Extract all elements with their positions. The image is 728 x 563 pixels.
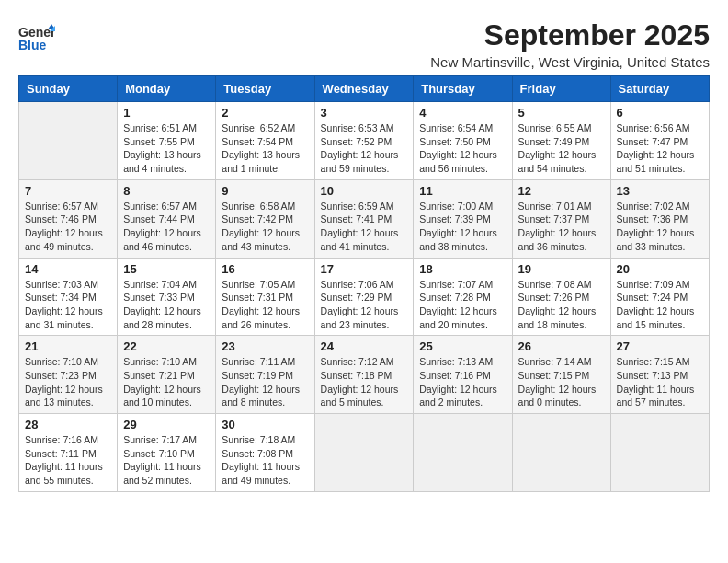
day-number: 19 xyxy=(518,262,605,276)
day-info: Sunrise: 7:09 AM Sunset: 7:24 PM Dayligh… xyxy=(617,278,703,332)
day-info: Sunrise: 7:17 AM Sunset: 7:10 PM Dayligh… xyxy=(123,433,210,488)
day-number: 8 xyxy=(123,184,210,198)
day-number: 25 xyxy=(419,339,506,353)
day-number: 7 xyxy=(25,184,111,198)
day-number: 10 xyxy=(321,184,408,198)
calendar-week-2: 7Sunrise: 6:57 AM Sunset: 7:46 PM Daylig… xyxy=(19,179,710,258)
calendar-cell: 17Sunrise: 7:06 AM Sunset: 7:29 PM Dayli… xyxy=(314,258,414,336)
day-info: Sunrise: 7:14 AM Sunset: 7:15 PM Dayligh… xyxy=(518,355,605,409)
day-info: Sunrise: 6:55 AM Sunset: 7:49 PM Dayligh… xyxy=(518,121,605,176)
day-info: Sunrise: 7:00 AM Sunset: 7:39 PM Dayligh… xyxy=(419,200,506,254)
day-number: 2 xyxy=(222,106,308,120)
calendar-cell: 3Sunrise: 6:53 AM Sunset: 7:52 PM Daylig… xyxy=(314,102,414,180)
day-number: 9 xyxy=(222,184,308,198)
calendar-cell: 22Sunrise: 7:10 AM Sunset: 7:21 PM Dayli… xyxy=(118,336,216,414)
calendar-cell: 23Sunrise: 7:11 AM Sunset: 7:19 PM Dayli… xyxy=(216,336,314,414)
location-subtitle: New Martinsville, West Virginia, United … xyxy=(430,54,710,70)
calendar-cell: 5Sunrise: 6:55 AM Sunset: 7:49 PM Daylig… xyxy=(512,102,610,180)
svg-text:Blue: Blue xyxy=(18,38,47,52)
day-number: 6 xyxy=(617,106,703,120)
day-number: 21 xyxy=(25,339,111,353)
calendar-cell: 10Sunrise: 6:59 AM Sunset: 7:41 PM Dayli… xyxy=(314,179,414,258)
calendar-cell: 20Sunrise: 7:09 AM Sunset: 7:24 PM Dayli… xyxy=(610,258,709,336)
day-number: 28 xyxy=(25,418,111,431)
calendar-cell: 24Sunrise: 7:12 AM Sunset: 7:18 PM Dayli… xyxy=(314,336,414,414)
calendar-cell: 27Sunrise: 7:15 AM Sunset: 7:13 PM Dayli… xyxy=(610,336,709,414)
day-info: Sunrise: 7:11 AM Sunset: 7:19 PM Dayligh… xyxy=(222,355,308,409)
calendar-cell: 11Sunrise: 7:00 AM Sunset: 7:39 PM Dayli… xyxy=(414,179,512,258)
calendar-cell xyxy=(414,414,512,492)
calendar-cell: 12Sunrise: 7:01 AM Sunset: 7:37 PM Dayli… xyxy=(512,179,610,258)
day-info: Sunrise: 6:56 AM Sunset: 7:47 PM Dayligh… xyxy=(617,121,703,176)
day-number: 5 xyxy=(518,106,605,120)
calendar-cell: 29Sunrise: 7:17 AM Sunset: 7:10 PM Dayli… xyxy=(118,414,216,492)
day-number: 23 xyxy=(222,339,308,353)
day-number: 26 xyxy=(518,339,605,353)
calendar-cell: 21Sunrise: 7:10 AM Sunset: 7:23 PM Dayli… xyxy=(19,336,118,414)
calendar-week-4: 21Sunrise: 7:10 AM Sunset: 7:23 PM Dayli… xyxy=(19,336,710,414)
day-header-saturday: Saturday xyxy=(610,76,709,102)
calendar: SundayMondayTuesdayWednesdayThursdayFrid… xyxy=(18,75,710,492)
calendar-cell: 13Sunrise: 7:02 AM Sunset: 7:36 PM Dayli… xyxy=(610,179,709,258)
calendar-week-3: 14Sunrise: 7:03 AM Sunset: 7:34 PM Dayli… xyxy=(19,258,710,336)
day-number: 22 xyxy=(123,339,210,353)
day-number: 11 xyxy=(419,184,506,198)
logo: General Blue xyxy=(18,22,55,59)
day-number: 12 xyxy=(518,184,605,198)
day-info: Sunrise: 7:13 AM Sunset: 7:16 PM Dayligh… xyxy=(419,355,506,409)
day-number: 14 xyxy=(25,262,111,276)
day-number: 27 xyxy=(617,339,703,353)
calendar-cell: 9Sunrise: 6:58 AM Sunset: 7:42 PM Daylig… xyxy=(216,179,314,258)
calendar-cell: 1Sunrise: 6:51 AM Sunset: 7:55 PM Daylig… xyxy=(118,102,216,180)
day-number: 13 xyxy=(617,184,703,198)
calendar-cell: 18Sunrise: 7:07 AM Sunset: 7:28 PM Dayli… xyxy=(414,258,512,336)
day-number: 29 xyxy=(123,418,210,431)
calendar-cell xyxy=(610,414,709,492)
calendar-cell: 30Sunrise: 7:18 AM Sunset: 7:08 PM Dayli… xyxy=(216,414,314,492)
day-info: Sunrise: 6:57 AM Sunset: 7:44 PM Dayligh… xyxy=(123,200,210,254)
day-number: 15 xyxy=(123,262,210,276)
calendar-cell: 8Sunrise: 6:57 AM Sunset: 7:44 PM Daylig… xyxy=(118,179,216,258)
day-header-friday: Friday xyxy=(512,76,610,102)
day-number: 1 xyxy=(123,106,210,120)
day-info: Sunrise: 6:52 AM Sunset: 7:54 PM Dayligh… xyxy=(222,121,308,176)
day-info: Sunrise: 7:18 AM Sunset: 7:08 PM Dayligh… xyxy=(222,433,308,488)
day-header-sunday: Sunday xyxy=(19,76,118,102)
calendar-cell xyxy=(512,414,610,492)
calendar-cell: 2Sunrise: 6:52 AM Sunset: 7:54 PM Daylig… xyxy=(216,102,314,180)
day-info: Sunrise: 7:12 AM Sunset: 7:18 PM Dayligh… xyxy=(321,355,408,409)
calendar-cell: 25Sunrise: 7:13 AM Sunset: 7:16 PM Dayli… xyxy=(414,336,512,414)
day-info: Sunrise: 7:01 AM Sunset: 7:37 PM Dayligh… xyxy=(518,200,605,254)
calendar-cell xyxy=(19,102,118,180)
calendar-cell: 7Sunrise: 6:57 AM Sunset: 7:46 PM Daylig… xyxy=(19,179,118,258)
day-info: Sunrise: 7:10 AM Sunset: 7:23 PM Dayligh… xyxy=(25,355,111,409)
day-info: Sunrise: 6:59 AM Sunset: 7:41 PM Dayligh… xyxy=(321,200,408,254)
day-header-wednesday: Wednesday xyxy=(314,76,414,102)
day-number: 20 xyxy=(617,262,703,276)
day-info: Sunrise: 6:58 AM Sunset: 7:42 PM Dayligh… xyxy=(222,200,308,254)
day-header-thursday: Thursday xyxy=(414,76,512,102)
month-title: September 2025 xyxy=(430,18,710,52)
calendar-body: 1Sunrise: 6:51 AM Sunset: 7:55 PM Daylig… xyxy=(19,102,710,492)
calendar-cell: 16Sunrise: 7:05 AM Sunset: 7:31 PM Dayli… xyxy=(216,258,314,336)
calendar-cell: 15Sunrise: 7:04 AM Sunset: 7:33 PM Dayli… xyxy=(118,258,216,336)
calendar-cell xyxy=(314,414,414,492)
calendar-week-5: 28Sunrise: 7:16 AM Sunset: 7:11 PM Dayli… xyxy=(19,414,710,492)
day-number: 4 xyxy=(419,106,506,120)
day-info: Sunrise: 7:03 AM Sunset: 7:34 PM Dayligh… xyxy=(25,278,111,332)
day-info: Sunrise: 7:06 AM Sunset: 7:29 PM Dayligh… xyxy=(321,278,408,332)
calendar-cell: 28Sunrise: 7:16 AM Sunset: 7:11 PM Dayli… xyxy=(19,414,118,492)
day-info: Sunrise: 6:57 AM Sunset: 7:46 PM Dayligh… xyxy=(25,200,111,254)
day-info: Sunrise: 7:15 AM Sunset: 7:13 PM Dayligh… xyxy=(617,355,703,409)
day-number: 17 xyxy=(321,262,408,276)
day-number: 18 xyxy=(419,262,506,276)
calendar-cell: 19Sunrise: 7:08 AM Sunset: 7:26 PM Dayli… xyxy=(512,258,610,336)
day-number: 30 xyxy=(222,418,308,431)
day-header-tuesday: Tuesday xyxy=(216,76,314,102)
day-number: 3 xyxy=(321,106,408,120)
calendar-cell: 26Sunrise: 7:14 AM Sunset: 7:15 PM Dayli… xyxy=(512,336,610,414)
day-info: Sunrise: 7:08 AM Sunset: 7:26 PM Dayligh… xyxy=(518,278,605,332)
day-info: Sunrise: 7:07 AM Sunset: 7:28 PM Dayligh… xyxy=(419,278,506,332)
day-info: Sunrise: 7:05 AM Sunset: 7:31 PM Dayligh… xyxy=(222,278,308,332)
day-info: Sunrise: 7:10 AM Sunset: 7:21 PM Dayligh… xyxy=(123,355,210,409)
